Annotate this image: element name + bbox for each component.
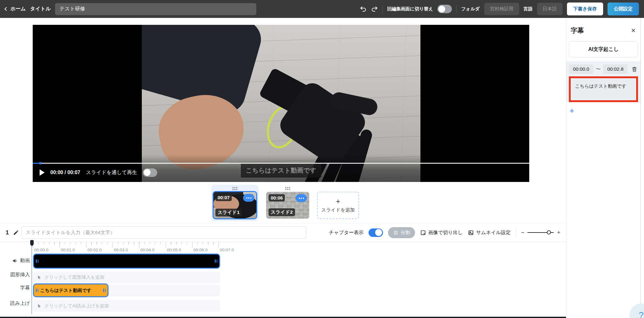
play-button[interactable] — [40, 169, 45, 176]
slide-name-badge: スライド2 — [269, 208, 295, 216]
toggle-knob — [438, 6, 445, 13]
panel-title: 字幕 — [571, 26, 584, 35]
crop-image-button[interactable]: 画像で切り出し — [420, 229, 463, 236]
video-player[interactable]: こちらはテスト動画です 00:00 / 00:07 スライドを通して再生 — [33, 25, 529, 182]
split-button[interactable]: 分割 — [388, 227, 415, 238]
divider — [516, 228, 516, 237]
thumbnail-settings-button[interactable]: サムネイル設定 — [468, 229, 511, 236]
zoom-slider-knob[interactable] — [547, 230, 551, 234]
language-label: 言語 — [524, 6, 533, 12]
timeline: 00:00.0 00:01.0 00:02.0 00:03.0 00:04.0 … — [0, 242, 566, 317]
ruler-label: 00:00.0 — [34, 248, 48, 252]
slide-2-thumbnail[interactable]: 00:06 スライド2 — [266, 192, 309, 219]
drag-handle-icon[interactable] — [232, 187, 237, 190]
publish-settings-button[interactable]: 公開設定 — [608, 3, 639, 15]
window-bottom-edge — [0, 317, 566, 318]
add-slide-button[interactable]: + スライドを追加 — [317, 192, 359, 219]
subtitle-clip-text: こちらはテスト動画です — [40, 288, 92, 293]
zoom-in-button[interactable]: + — [557, 229, 560, 236]
track-label-text: 字幕 — [20, 285, 30, 291]
save-draft-button[interactable]: 下書き保存 — [567, 3, 603, 15]
slide-menu-button[interactable] — [296, 194, 307, 202]
cursor-icon — [37, 304, 42, 308]
crop-image-icon — [420, 230, 426, 236]
crop-image-label: 画像で切り出し — [428, 229, 463, 236]
chapter-display-label: チャプター表示 — [329, 229, 364, 236]
ruler-label: 00:01.0 — [61, 248, 75, 252]
delete-subtitle-button[interactable] — [631, 65, 638, 73]
add-slide-label: スライドを追加 — [321, 207, 355, 213]
back-home-label: ホーム — [10, 6, 26, 12]
back-home-button[interactable]: ホーム — [5, 6, 26, 12]
track-label-text: 読み上げ — [10, 300, 30, 307]
close-panel-button[interactable]: × — [631, 27, 636, 34]
speaker-icon — [12, 258, 18, 264]
slide-duration-badge: 00:06 — [269, 194, 285, 201]
folder-value-button[interactable]: 宮村検証用 — [484, 3, 519, 15]
folder-label: フォルダ — [461, 6, 480, 12]
tts-track-placeholder[interactable]: クリックしてAI読み上げを追加 — [33, 300, 220, 312]
ruler-label: 00:06.0 — [193, 248, 208, 252]
ai-transcribe-button[interactable]: AI文字起こし — [569, 41, 638, 58]
topbar-actions: 旧編集画面に切り替え フォルダ 宮村検証用 言語 日本語 下書き保存 公開設定 — [360, 3, 639, 15]
trash-icon — [631, 66, 637, 72]
add-subtitle-button[interactable]: + — [569, 107, 574, 115]
toggle-knob — [375, 229, 382, 236]
redo-icon — [371, 6, 378, 13]
ruler-label: 00:02.0 — [87, 248, 102, 252]
title-field-label: タイトル — [30, 6, 51, 12]
ruler-label: 00:05.0 — [167, 248, 181, 252]
slide-title-input[interactable] — [22, 226, 306, 239]
image-icon — [468, 230, 474, 236]
thumbnail-settings-label: サムネイル設定 — [476, 229, 511, 236]
slide-card-1[interactable]: 00:07 スライド1 — [211, 185, 258, 221]
clip-trim-handle-right[interactable] — [215, 260, 217, 263]
pencil-icon — [13, 230, 19, 235]
subtitle-text-input[interactable]: こちらはテスト動画です — [572, 80, 635, 99]
play-through-label: スライドを通して再生 — [86, 169, 137, 176]
slide-card-2[interactable]: 00:06 スライド2 — [264, 185, 311, 221]
chevron-left-icon — [4, 7, 8, 11]
subtitle-clip[interactable]: こちらはテスト動画です — [33, 283, 108, 297]
split-label: 分割 — [401, 230, 410, 236]
ruler-label: 00:07.0 — [220, 248, 234, 252]
slides-strip: 00:07 スライド1 00:06 スライド2 + スライドを追加 — [211, 185, 359, 221]
slide-index: 1 — [6, 229, 9, 236]
chapter-display-toggle[interactable] — [369, 228, 383, 237]
redo-button[interactable] — [371, 6, 378, 13]
time-display: 00:00 / 00:07 — [50, 170, 80, 175]
undo-button[interactable] — [360, 6, 367, 13]
zoom-slider[interactable] — [527, 232, 554, 233]
legacy-editor-label: 旧編集画面に切り替え — [387, 6, 433, 12]
clip-trim-handle-left[interactable] — [36, 289, 38, 292]
track-placeholder-text: クリックして図形挿入を追加 — [44, 274, 104, 280]
track-label-subtitle: 字幕 — [0, 285, 30, 291]
clip-trim-handle-left[interactable] — [36, 260, 38, 263]
time-range-separator: 〜 — [596, 66, 601, 72]
end-time-input[interactable] — [603, 64, 628, 74]
drag-handle-icon[interactable] — [285, 187, 290, 190]
zoom-out-button[interactable]: − — [521, 229, 525, 236]
slide-menu-button[interactable] — [243, 194, 254, 202]
slide-1-thumbnail[interactable]: 00:07 スライド1 — [213, 192, 257, 219]
seek-bar-handle[interactable] — [39, 162, 42, 164]
playhead-line — [31, 246, 32, 314]
slide-toolbar-actions: チャプター表示 分割 画像で切り出し サムネイル設定 − — [329, 227, 560, 238]
shapes-track-placeholder[interactable]: クリックして図形挿入を追加 — [33, 271, 220, 283]
ruler-label: 00:04.0 — [140, 248, 154, 252]
subtitle-panel: 字幕 × AI文字起こし 〜 こちらはテスト動画です + — [566, 18, 641, 318]
video-track-clip[interactable] — [33, 254, 220, 269]
seek-bar[interactable] — [33, 163, 529, 164]
start-time-input[interactable] — [569, 64, 593, 74]
play-through-toggle[interactable] — [143, 168, 157, 177]
track-placeholder-text: クリックしてAI読み上げを追加 — [44, 303, 109, 309]
toggle-knob — [144, 169, 151, 176]
clip-trim-handle-right[interactable] — [103, 289, 106, 292]
project-title-input[interactable] — [55, 3, 256, 15]
language-value-button[interactable]: 日本語 — [537, 3, 563, 15]
ruler-label: 00:03.0 — [114, 248, 128, 252]
topbar: ホーム タイトル 旧編集画面に切り替え フォルダ 宮村検証用 言語 日本語 下書… — [0, 0, 644, 18]
subtitle-entry-section: 〜 こちらはテスト動画です — [566, 61, 641, 102]
track-label-text: 動画 — [20, 257, 30, 264]
legacy-editor-toggle[interactable] — [437, 5, 452, 13]
